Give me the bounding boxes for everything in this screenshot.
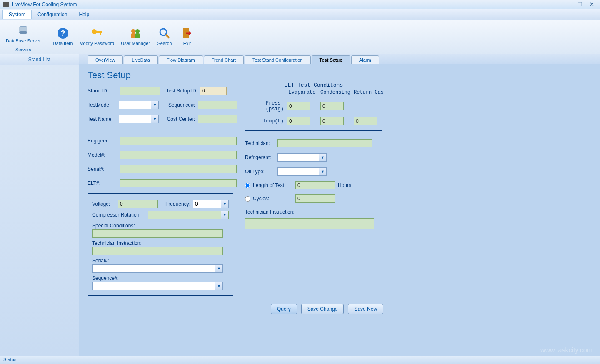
svg-rect-10 xyxy=(135,33,140,38)
search-icon xyxy=(158,27,171,40)
tab-overview[interactable]: OverView xyxy=(88,55,123,64)
chevron-down-icon[interactable]: ▼ xyxy=(151,115,159,123)
length-of-test-row: Length of Test: Hours xyxy=(245,180,382,191)
database-server-button[interactable]: DataBase Server xyxy=(2,21,44,46)
tab-livedata[interactable]: LiveData xyxy=(124,55,158,64)
elt-conditions-box: ELT Test Conditons Evaparate Condensing … xyxy=(245,85,382,131)
tab-trend-chart[interactable]: Trend Chart xyxy=(204,55,244,64)
svg-rect-6 xyxy=(100,32,101,35)
key-icon xyxy=(90,27,103,40)
close-button[interactable]: ✕ xyxy=(587,1,597,8)
ribbon-group-label: Servers xyxy=(2,46,44,53)
elt-press-cond[interactable] xyxy=(320,102,344,110)
save-change-button[interactable]: Save Change xyxy=(301,304,344,314)
label-length-of-test: Length of Test: xyxy=(253,182,293,188)
serial-box-input[interactable] xyxy=(92,264,215,273)
technician-instruction-field[interactable] xyxy=(245,218,374,229)
special-conditions-field[interactable] xyxy=(92,229,223,238)
menu-help[interactable]: Help xyxy=(73,10,95,19)
elt-temp-ret[interactable] xyxy=(354,117,377,125)
chevron-down-icon[interactable]: ▼ xyxy=(151,101,159,109)
svg-line-12 xyxy=(166,35,169,38)
maximize-button[interactable]: ☐ xyxy=(575,1,585,8)
chevron-down-icon[interactable]: ▼ xyxy=(319,167,327,176)
label-frequency: Frequency: xyxy=(160,201,190,207)
content: OverView LiveData Flow Diagram Trend Cha… xyxy=(79,54,600,356)
user-manager-button[interactable]: User Manager xyxy=(118,21,153,51)
stand-id-field[interactable] xyxy=(120,87,160,95)
main: Stand List OverView LiveData Flow Diagra… xyxy=(0,54,600,356)
sidebar-header[interactable]: Stand List xyxy=(0,54,79,65)
database-icon xyxy=(17,24,30,37)
voltage-field[interactable] xyxy=(118,200,158,208)
chevron-down-icon[interactable]: ▼ xyxy=(221,200,229,208)
search-button[interactable]: Search xyxy=(153,21,176,51)
data-item-button[interactable]: ? Data Item xyxy=(50,21,76,51)
elt-title: ELT Test Conditons xyxy=(281,82,346,88)
menu-system[interactable]: System xyxy=(2,10,32,19)
cycles-field[interactable] xyxy=(295,194,335,203)
frequency-combo[interactable]: ▼ xyxy=(193,200,229,208)
sidebar-body xyxy=(0,65,79,67)
label-serial: Serial#: xyxy=(88,166,118,172)
refrigerant-input[interactable] xyxy=(278,153,319,162)
tab-flow-diagram[interactable]: Flow Diagram xyxy=(159,55,203,64)
chevron-down-icon[interactable]: ▼ xyxy=(221,211,229,219)
elt-row-press: Press.(psig) xyxy=(250,100,284,112)
technician-instraction-field[interactable] xyxy=(92,247,223,255)
page-title: Test Setup xyxy=(88,70,592,81)
test-name-combo[interactable]: ▼ xyxy=(119,115,159,123)
compressor-rotation-combo[interactable]: ▼ xyxy=(148,211,229,219)
sequence-field[interactable] xyxy=(198,101,238,109)
length-of-test-field[interactable] xyxy=(295,181,335,189)
frequency-input[interactable] xyxy=(193,200,221,208)
label-stand-id: Stand ID: xyxy=(88,88,118,94)
engineer-field[interactable] xyxy=(120,137,237,145)
tab-alarm[interactable]: Alarm xyxy=(351,55,379,64)
elt-col-evap: Evaparate xyxy=(287,90,317,95)
svg-point-9 xyxy=(135,29,140,33)
compressor-rotation-input[interactable] xyxy=(148,211,221,219)
oil-type-input[interactable] xyxy=(278,167,319,176)
svg-point-7 xyxy=(131,29,135,33)
cost-center-field[interactable] xyxy=(198,115,238,123)
test-mode-combo[interactable]: ▼ xyxy=(119,101,159,109)
technician-field[interactable] xyxy=(278,139,372,147)
chevron-down-icon[interactable]: ▼ xyxy=(215,264,223,273)
query-button[interactable]: Query xyxy=(271,304,297,314)
menu-configuration[interactable]: Configuration xyxy=(32,10,73,19)
elt-press-evap[interactable] xyxy=(287,102,310,110)
tab-test-stand-configuration[interactable]: Test Stand Configuration xyxy=(245,55,310,64)
model-field[interactable] xyxy=(120,151,237,159)
app-icon xyxy=(3,2,9,7)
cycles-row: Cycles: xyxy=(245,193,382,204)
test-mode-input[interactable] xyxy=(119,101,151,109)
elt-row-temp: Temp(F) xyxy=(250,118,284,124)
length-of-test-radio[interactable] xyxy=(245,183,250,188)
chevron-down-icon[interactable]: ▼ xyxy=(215,282,223,290)
elt-temp-evap[interactable] xyxy=(287,117,310,125)
serial-box-combo[interactable]: ▼ xyxy=(92,264,223,273)
sequence-box-combo[interactable]: ▼ xyxy=(92,282,223,290)
minimize-button[interactable]: — xyxy=(563,1,573,8)
label-compressor-rotation: Compressor Rotation: xyxy=(92,212,145,218)
cycles-radio[interactable] xyxy=(245,196,250,202)
title-bar: LiveView For Cooling System — ☐ ✕ xyxy=(0,0,600,9)
window-title: LiveView For Cooling System xyxy=(12,2,77,7)
save-new-button[interactable]: Save New xyxy=(348,304,383,314)
refrigerant-combo[interactable]: ▼ xyxy=(278,153,327,162)
elt-temp-cond[interactable] xyxy=(320,117,344,125)
exit-button[interactable]: Exit xyxy=(176,21,198,51)
sequence-box-input[interactable] xyxy=(92,282,215,290)
label-refrigerant: Refrigerant: xyxy=(245,155,275,160)
test-name-input[interactable] xyxy=(119,115,151,123)
tab-test-setup[interactable]: Test Setup xyxy=(312,55,350,65)
elt-field[interactable] xyxy=(120,179,237,187)
oil-type-combo[interactable]: ▼ xyxy=(278,167,327,176)
modify-password-button[interactable]: Modify Password xyxy=(76,21,118,51)
chevron-down-icon[interactable]: ▼ xyxy=(319,153,327,162)
serial-field[interactable] xyxy=(120,165,237,173)
label-serial-box: Serial#: xyxy=(92,258,229,264)
label-elt: ELT#: xyxy=(88,180,118,186)
status-text: Status xyxy=(3,357,16,362)
